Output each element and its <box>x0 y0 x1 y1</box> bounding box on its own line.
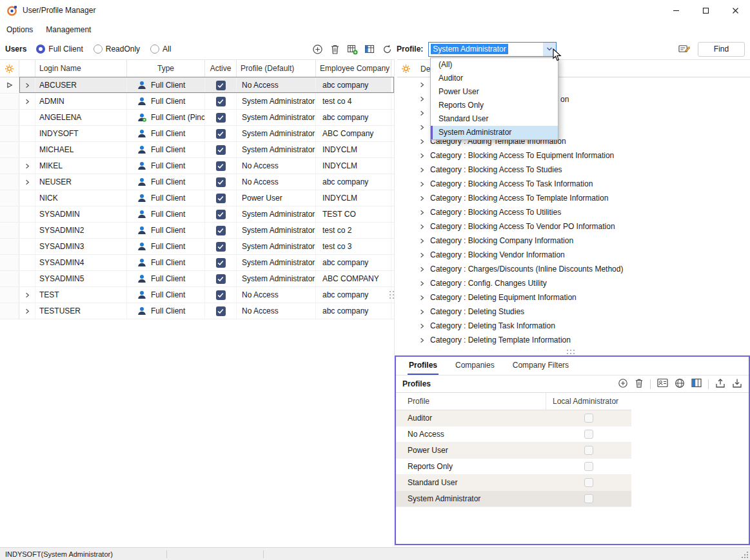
user-row[interactable]: SYSADMIN5Full ClientSystem Administrator… <box>0 271 394 287</box>
active-checkbox[interactable] <box>216 145 226 155</box>
user-row[interactable]: NICKFull ClientPower UserINDYCLM <box>0 190 394 206</box>
expand-cell[interactable] <box>19 271 35 286</box>
category-row[interactable]: Category : Blocking Access To Equipment … <box>397 148 750 163</box>
contact-card-icon[interactable] <box>657 378 668 390</box>
import-icon[interactable] <box>732 378 742 390</box>
column-header-active[interactable]: Active <box>205 60 237 77</box>
expand-chevron-icon[interactable] <box>25 308 30 314</box>
expand-cell[interactable] <box>19 206 35 222</box>
expand-chevron-icon[interactable] <box>419 167 425 173</box>
grid-customize-cell[interactable] <box>0 60 19 77</box>
expand-chevron-icon[interactable] <box>419 195 425 201</box>
category-row[interactable]: Category : Blocking Access To Task Infor… <box>397 177 750 191</box>
expand-chevron-icon[interactable] <box>419 224 425 230</box>
user-row[interactable]: TESTFull ClientNo Accessabc company <box>0 287 394 303</box>
expand-cell[interactable] <box>19 126 35 141</box>
active-checkbox[interactable] <box>216 113 226 123</box>
active-checkbox[interactable] <box>216 258 226 268</box>
expand-cell[interactable] <box>19 239 35 254</box>
profile-row[interactable]: System Administrator <box>396 491 631 507</box>
profile-row[interactable]: No Access <box>396 426 631 443</box>
expand-cell[interactable] <box>19 223 35 238</box>
category-row[interactable]: Category : Blocking Access To Template I… <box>397 191 750 205</box>
expand-cell[interactable] <box>19 190 35 206</box>
column-header-type[interactable]: Type <box>127 60 205 77</box>
column-header-login[interactable]: Login Name <box>35 60 127 77</box>
dropdown-option-auditor[interactable]: Auditor <box>431 72 558 85</box>
local-admin-checkbox[interactable] <box>584 430 593 439</box>
user-row[interactable]: MIKELFull ClientNo AccessINDYCLM <box>0 158 394 174</box>
expand-chevron-icon[interactable] <box>25 99 30 105</box>
user-row[interactable]: TESTUSERFull ClientNo Accessabc company <box>0 303 394 319</box>
category-row[interactable]: Category : Blocking Vendor Information <box>397 248 750 262</box>
user-row[interactable]: MICHAELFull ClientSystem AdministratorIN… <box>0 142 394 158</box>
expand-chevron-icon[interactable] <box>419 266 425 272</box>
column-header-local-admin[interactable]: Local Administrator <box>546 393 631 410</box>
expand-chevron-icon[interactable] <box>419 110 425 116</box>
active-checkbox[interactable] <box>216 306 226 316</box>
profile-row[interactable]: Auditor <box>396 410 631 426</box>
category-row[interactable]: Category : Deleting Studies <box>397 305 750 319</box>
expand-chevron-icon[interactable] <box>25 83 30 88</box>
dropdown-option-reports-only[interactable]: Reports Only <box>431 99 558 112</box>
active-checkbox[interactable] <box>216 97 226 106</box>
user-row[interactable]: ANGELENAFull Client (PincSystem Administ… <box>0 110 394 126</box>
add-user-icon[interactable] <box>311 43 323 55</box>
menu-item-management[interactable]: Management <box>46 25 91 34</box>
expand-chevron-icon[interactable] <box>419 309 425 315</box>
table-columns-icon[interactable] <box>364 43 375 55</box>
radio-readonly[interactable]: ReadOnly <box>94 45 140 54</box>
expand-cell[interactable] <box>19 303 35 319</box>
delete-profile-icon[interactable] <box>635 378 644 390</box>
dropdown-option-standard-user[interactable]: Standard User <box>431 112 558 126</box>
category-row[interactable]: Category : Charges/Discounts (Inline Dis… <box>397 262 750 276</box>
active-checkbox[interactable] <box>216 242 226 252</box>
expand-cell[interactable] <box>19 158 35 174</box>
user-row[interactable]: SYSADMINFull ClientSystem AdministratorT… <box>0 206 394 223</box>
expand-cell[interactable] <box>19 142 35 157</box>
dropdown-option-all[interactable]: (All) <box>431 58 558 72</box>
expand-chevron-icon[interactable] <box>419 210 425 215</box>
active-checkbox[interactable] <box>216 290 226 300</box>
radio-full-client[interactable]: Full Client <box>36 45 83 54</box>
user-row[interactable]: SYSADMIN2Full ClientSystem Administrator… <box>0 223 394 239</box>
maximize-button[interactable] <box>691 0 720 21</box>
expand-chevron-icon[interactable] <box>419 323 425 329</box>
category-row[interactable]: Category : Deleting Template Information <box>397 333 750 347</box>
expand-chevron-icon[interactable] <box>419 238 425 244</box>
expand-cell[interactable] <box>19 110 35 125</box>
local-admin-checkbox[interactable] <box>584 414 593 423</box>
expand-chevron-icon[interactable] <box>419 82 425 88</box>
tab-companies[interactable]: Companies <box>454 357 496 375</box>
delete-user-icon[interactable] <box>329 43 340 55</box>
export-icon[interactable] <box>715 378 725 390</box>
dropdown-option-system-administrator[interactable]: System Administrator <box>431 126 558 139</box>
local-admin-checkbox[interactable] <box>584 478 593 487</box>
user-row[interactable]: INDYSOFTFull ClientSystem AdministratorA… <box>0 126 394 142</box>
expand-chevron-icon[interactable] <box>25 292 30 298</box>
profile-row[interactable]: Standard User <box>396 475 631 491</box>
user-row[interactable]: SYSADMIN3Full ClientSystem Administrator… <box>0 239 394 255</box>
local-admin-checkbox[interactable] <box>584 462 593 471</box>
active-checkbox[interactable] <box>216 161 226 171</box>
expand-chevron-icon[interactable] <box>419 96 425 102</box>
expand-chevron-icon[interactable] <box>419 281 425 286</box>
profile-combobox[interactable]: System Administrator <box>428 42 557 57</box>
combobox-dropdown-button[interactable] <box>543 43 556 56</box>
expand-chevron-icon[interactable] <box>419 139 425 145</box>
expand-chevron-icon[interactable] <box>419 181 425 187</box>
expand-chevron-icon[interactable] <box>25 179 30 185</box>
category-row[interactable]: Category : Blocking Company Information <box>397 234 750 248</box>
dropdown-option-power-user[interactable]: Power User <box>431 85 558 99</box>
category-row[interactable]: Category : Blocking Access To Studies <box>397 163 750 177</box>
expand-chevron-icon[interactable] <box>25 163 30 169</box>
resize-grip[interactable] <box>741 551 748 558</box>
columns-icon[interactable] <box>691 378 702 390</box>
horizontal-splitter-grip[interactable] <box>564 349 578 355</box>
category-row[interactable]: Category : Config. Changes Utility <box>397 276 750 290</box>
expand-cell[interactable] <box>19 174 35 190</box>
expand-chevron-icon[interactable] <box>419 337 425 343</box>
tab-company-filters[interactable]: Company Filters <box>511 357 570 375</box>
local-admin-checkbox[interactable] <box>584 446 593 455</box>
expand-cell[interactable] <box>19 287 35 303</box>
